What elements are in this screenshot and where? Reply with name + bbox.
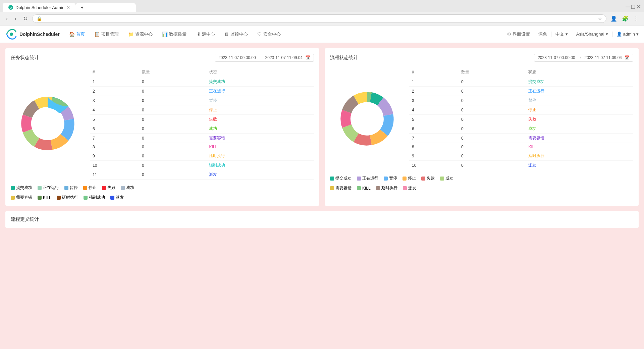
menu-icon[interactable]: ⋮ — [632, 14, 640, 23]
close-tab-button[interactable]: ✕ — [66, 5, 70, 10]
svg-point-3 — [32, 108, 63, 139]
task-stat-card: 任务状态统计 2023-11-07 00:00:00 → 2023-11-07 … — [5, 48, 319, 206]
task-stat-date-range[interactable]: 2023-11-07 00:00:00 → 2023-11-07 11:09:0… — [215, 54, 314, 62]
row-num: 6 — [409, 124, 459, 134]
row-status: 正在运行 — [206, 87, 314, 96]
process-stat-body: # 数量 状态 1 0 提交成功 2 0 正在运行 3 0 暂停 4 0 停止 … — [330, 67, 633, 170]
table-row: 3 0 暂停 — [409, 96, 633, 105]
theme-button[interactable]: 深色 — [538, 31, 547, 37]
row-count: 0 — [139, 161, 206, 170]
url-input[interactable]: localhost:12345/dolphinscheduler/ui/home — [45, 16, 595, 21]
row-count: 0 — [139, 87, 206, 96]
browser-toolbar: ‹ › ↻ 🔒 localhost:12345/dolphinscheduler… — [0, 12, 644, 25]
legend-item: 正在运行 — [357, 176, 378, 181]
minimize-button[interactable]: ─ — [626, 3, 630, 10]
row-status: 派发 — [526, 161, 633, 170]
task-stat-body: # 数量 状态 1 0 提交成功 2 0 正在运行 3 0 暂停 4 0 停止 … — [11, 67, 314, 180]
process-stat-date-range[interactable]: 2023-11-07 00:00:00 → 2023-11-07 11:09:0… — [534, 54, 633, 62]
row-num: 10 — [90, 161, 139, 170]
nav-divider-1 — [534, 32, 534, 37]
process-calendar-icon: 📅 — [625, 55, 630, 60]
forward-button[interactable]: › — [12, 14, 18, 23]
table-row: 9 0 延时执行 — [409, 151, 633, 161]
top-cards-row: 任务状态统计 2023-11-07 00:00:00 → 2023-11-07 … — [5, 48, 639, 206]
legend-item: 提交成功 — [11, 185, 32, 191]
lock-icon: 🔒 — [37, 16, 42, 21]
nav-item-project[interactable]: 📋 项目管理 — [90, 29, 123, 39]
process-date-start: 2023-11-07 00:00:00 — [538, 55, 575, 60]
address-bar[interactable]: 🔒 localhost:12345/dolphinscheduler/ui/ho… — [32, 14, 606, 23]
row-num: 2 — [90, 87, 139, 96]
timezone-selector[interactable]: Asia/Shanghai ▾ — [576, 32, 608, 37]
row-status: 成功 — [206, 124, 314, 134]
settings-label: 界面设置 — [513, 31, 530, 37]
table-row: 10 0 派发 — [409, 161, 633, 170]
timezone-label: Asia/Shanghai — [576, 32, 604, 37]
extension-icon[interactable]: 🧩 — [621, 14, 630, 23]
row-num: 4 — [409, 105, 459, 115]
row-num: 6 — [90, 124, 139, 134]
row-status: 延时执行 — [526, 151, 633, 161]
bookmark-icon[interactable]: ☆ — [598, 16, 602, 21]
row-status: 延时执行 — [206, 151, 314, 161]
table-row: 1 0 提交成功 — [90, 77, 314, 87]
date-arrow-icon: → — [259, 55, 263, 60]
row-count: 0 — [459, 134, 526, 143]
legend-item: 停止 — [83, 185, 97, 191]
row-num: 5 — [409, 115, 459, 124]
process-stat-title: 流程状态统计 — [330, 55, 358, 61]
nav-item-monitor[interactable]: 🖥 监控中心 — [220, 29, 252, 39]
row-status: KILL — [206, 143, 314, 151]
table-row: 1 0 提交成功 — [409, 77, 633, 87]
row-count: 0 — [139, 170, 206, 180]
row-num: 9 — [90, 151, 139, 161]
nav-divider-4 — [612, 32, 612, 37]
toolbar-actions: 👤 🧩 ⋮ — [609, 14, 640, 23]
close-window-button[interactable]: ✕ — [636, 3, 641, 10]
row-num: 8 — [90, 143, 139, 151]
back-button[interactable]: ‹ — [4, 14, 10, 23]
row-num: 11 — [90, 170, 139, 180]
row-status: 失败 — [526, 115, 633, 124]
language-selector[interactable]: 中文 ▾ — [555, 31, 568, 37]
process-def-section: 流程定义统计 — [5, 211, 639, 228]
row-count: 0 — [459, 161, 526, 170]
table-row: 8 0 KILL — [90, 143, 314, 151]
maximize-button[interactable]: □ — [631, 3, 635, 10]
calendar-icon: 📅 — [305, 55, 310, 60]
top-nav: DolphinScheduler 🏠 首页 📋 项目管理 📁 资源中心 📊 数据… — [0, 26, 644, 43]
row-count: 0 — [459, 124, 526, 134]
nav-item-resource[interactable]: 📁 资源中心 — [124, 29, 157, 39]
active-tab[interactable]: D Dolphin Scheduler Admin ✕ — [3, 3, 75, 12]
row-num: 10 — [409, 161, 459, 170]
refresh-button[interactable]: ↻ — [21, 14, 30, 23]
browser-tabs: D Dolphin Scheduler Admin ✕ + ─ □ ✕ — [0, 0, 644, 12]
nav-right: ⚙ 界面设置 深色 中文 ▾ Asia/Shanghai ▾ 👤 admin ▾ — [507, 31, 639, 37]
row-num: 1 — [409, 77, 459, 87]
nav-item-data-quality[interactable]: 📊 数据质量 — [158, 29, 191, 39]
timezone-chevron-icon: ▾ — [606, 32, 608, 37]
row-count: 0 — [139, 105, 206, 115]
profile-icon[interactable]: 👤 — [609, 14, 619, 23]
settings-button[interactable]: ⚙ 界面设置 — [507, 31, 530, 37]
process-donut-wrapper — [330, 67, 404, 170]
legend-item: 延时执行 — [376, 185, 397, 191]
nav-item-security[interactable]: 🛡 安全中心 — [253, 29, 285, 39]
legend-item: 派发 — [403, 185, 416, 191]
legend-item: 派发 — [110, 195, 124, 200]
process-col-status: 状态 — [526, 67, 633, 77]
legend-item: 强制成功 — [84, 195, 105, 200]
monitor-icon: 🖥 — [224, 32, 229, 37]
nav-item-datasource[interactable]: 🗄 源中心 — [192, 29, 219, 39]
row-count: 0 — [139, 143, 206, 151]
row-status: 需要容错 — [526, 134, 633, 143]
nav-home-label: 首页 — [76, 31, 85, 37]
new-tab-button[interactable]: + — [75, 3, 136, 12]
home-icon: 🏠 — [69, 32, 75, 37]
table-row: 5 0 失败 — [409, 115, 633, 124]
row-count: 0 — [139, 151, 206, 161]
nav-item-home[interactable]: 🏠 首页 — [65, 29, 89, 39]
task-stat-title: 任务状态统计 — [11, 55, 39, 61]
user-menu[interactable]: 👤 admin ▾ — [616, 32, 639, 37]
row-num: 3 — [90, 96, 139, 105]
